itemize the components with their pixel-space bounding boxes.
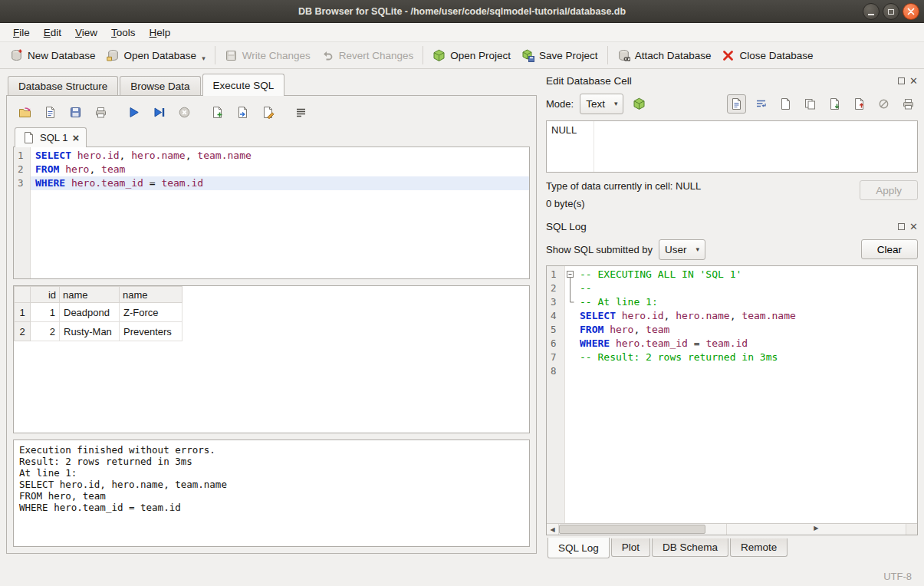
menu-tools[interactable]: Tools [104,25,143,41]
execute-line-button[interactable] [150,104,167,120]
cell-value-text: NULL [551,124,577,136]
fold-margin-line [565,295,575,309]
table-cell[interactable]: Deadpond [60,303,120,322]
tab-remote[interactable]: Remote [730,538,788,557]
log-filter-select[interactable]: User ▾ [659,239,705,260]
menu-file[interactable]: File [6,25,37,41]
sql-log-view[interactable]: 12345678 -- EXECUTING ALL IN 'SQL 1'----… [546,265,918,535]
execute-all-icon [127,106,140,119]
clear-log-button[interactable]: Clear [861,239,918,259]
column-header-name2[interactable]: name [120,287,182,303]
row-number-cell[interactable]: 1 [15,303,31,322]
table-cell[interactable]: Preventers [120,322,182,341]
bottom-tab-bar: SQL Log Plot DB Schema Remote [546,538,918,560]
sql-editor[interactable]: 123 SELECT hero.id, hero.name, team.name… [13,147,530,279]
open-external-button[interactable] [630,94,649,114]
save-project-button[interactable]: Save Project [516,45,603,66]
tab-database-structure[interactable]: Database Structure [8,76,118,95]
scroll-left-icon[interactable]: ◀ [547,524,559,535]
titlebar[interactable]: DB Browser for SQLite - /home/user/code/… [0,0,924,23]
editor-code-area[interactable]: SELECT hero.id, hero.name, team.nameFROM… [31,147,529,278]
code-line: WHERE hero.team_id = team.id [31,176,529,190]
close-database-button[interactable]: Close Database [716,45,818,66]
execute-all-button[interactable] [125,104,142,120]
row-number-cell[interactable]: 2 [15,322,31,341]
chevron-down-icon[interactable]: ▾ [202,54,206,62]
fold-margin-line [565,364,575,378]
float-dock-icon[interactable] [898,223,905,230]
fold-margin-line [565,323,575,337]
sql-toolbar [13,100,530,124]
table-cell[interactable]: 1 [31,303,60,322]
auto-format-button[interactable] [292,104,309,120]
copy-cell-button[interactable] [801,94,820,114]
maximize-button[interactable] [883,3,899,20]
minimize-button[interactable] [863,3,880,20]
column-header-id[interactable]: id [31,287,60,303]
line-number: 4 [551,309,564,323]
open-project-icon [432,49,446,62]
tab-db-schema[interactable]: DB Schema [652,538,728,557]
stop-execution-button [176,104,192,120]
tab-execute-sql[interactable]: Execute SQL [202,74,285,96]
word-wrap-button[interactable] [751,94,771,114]
open-cell-button[interactable] [776,94,795,114]
open-external-icon [633,97,646,110]
table-cell[interactable]: Z-Force [120,303,182,322]
table-cell[interactable]: Rusty-Man [60,322,120,341]
open-database-button[interactable]: Open Database ▾ [101,45,211,66]
code-fold-margin[interactable] [565,266,575,523]
scroll-right-icon[interactable]: ▶ [726,524,906,535]
edit-cell-dock-header: Edit Database Cell ✕ [546,72,918,89]
mode-select[interactable]: Text ▾ [580,94,623,114]
close-database-icon [722,49,735,62]
text-view-button[interactable] [727,94,746,114]
menu-view[interactable]: View [68,25,104,41]
toolbar-separator [607,46,608,64]
menubar: File Edit View Tools Help [0,23,924,42]
tab-plot[interactable]: Plot [611,538,650,557]
minimize-icon [868,14,874,15]
code-line: -- [575,281,917,295]
column-header-name1[interactable]: name [60,287,120,303]
print-icon [94,106,107,119]
open-in-tab-button[interactable] [234,104,251,120]
export-cell-button[interactable] [850,94,869,114]
set-null-button[interactable] [874,94,893,114]
open-database-icon [107,49,120,62]
tab-sql-log[interactable]: SQL Log [547,538,610,558]
execution-output-text: Execution finished without errors. Resul… [19,444,524,513]
menu-edit[interactable]: Edit [37,25,68,41]
print-sql-button[interactable] [92,104,109,120]
import-cell-button[interactable] [825,94,844,114]
attach-database-button[interactable]: Attach Database [612,45,717,66]
table-cell[interactable]: 2 [31,322,60,341]
close-dock-icon[interactable]: ✕ [909,223,918,230]
close-dock-icon[interactable]: ✕ [909,77,918,84]
execution-output[interactable]: Execution finished without errors. Resul… [13,440,530,547]
new-database-button[interactable]: New Database [5,45,101,66]
open-sql-file-button[interactable] [16,104,33,120]
table-row[interactable]: 11DeadpondZ-Force [15,303,182,322]
menu-help[interactable]: Help [143,25,178,41]
float-dock-icon[interactable] [898,77,905,84]
sql1-tab-close-icon[interactable]: × [72,133,79,142]
cell-value-editor[interactable]: NULL [546,120,918,173]
save-sql-as-button[interactable] [67,104,84,120]
fold-collapse-icon[interactable] [565,268,575,281]
execute-line-icon [153,106,166,119]
word-wrap-icon [755,97,768,110]
save-sql-file-button[interactable] [41,104,58,120]
new-sql-tab-button[interactable] [209,104,225,120]
sql1-tab[interactable]: SQL 1 × [15,127,87,147]
scrollbar-thumb[interactable] [559,525,705,534]
print-cell-button[interactable] [899,94,918,114]
results-grid[interactable]: id name name 11DeadpondZ-Force22Rusty-Ma… [13,285,530,433]
tab-browse-data[interactable]: Browse Data [120,76,200,95]
rename-tab-button[interactable] [259,104,276,120]
scrollbar-track[interactable] [559,524,726,535]
close-window-button[interactable] [903,3,919,20]
horizontal-scrollbar[interactable]: ◀ ▶ [547,523,917,535]
table-row[interactable]: 22Rusty-ManPreventers [15,322,182,341]
open-project-button[interactable]: Open Project [427,45,516,66]
